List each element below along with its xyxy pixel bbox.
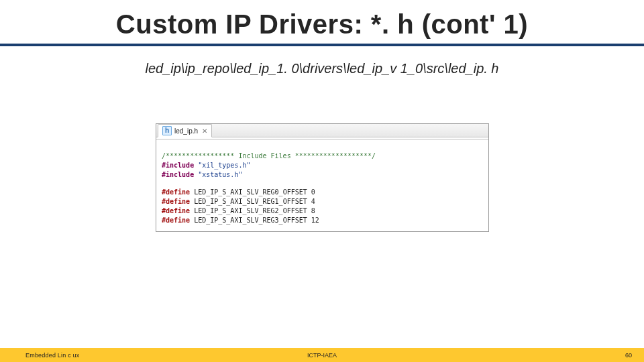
code-line: /***************** Include Files *******… — [162, 152, 483, 161]
code-line: #include "xil_types.h" — [162, 161, 483, 170]
file-path: led_ip\ip_repo\led_ip_1. 0\drivers\led_i… — [0, 61, 644, 76]
code-line — [162, 143, 483, 152]
file-header-icon: h — [162, 126, 172, 135]
close-icon[interactable]: ✕ — [202, 127, 207, 135]
slide-title: Custom IP Drivers: *. h (cont' 1) — [0, 0, 644, 40]
code-line: #include "xstatus.h" — [162, 170, 483, 180]
editor-tabbar: h led_ip.h ✕ — [156, 124, 488, 137]
footer-page-number: 60 — [625, 352, 632, 359]
code-line: #define LED_IP_S_AXI_SLV_REG1_OFFSET 4 — [162, 197, 483, 206]
footer-left: Embedded Lin c ux — [25, 352, 79, 359]
tab-filename: led_ip.h — [174, 127, 198, 135]
code-line: #define LED_IP_S_AXI_SLV_REG2_OFFSET 8 — [162, 206, 483, 216]
code-body: /***************** Include Files *******… — [156, 140, 488, 231]
editor-tab-led-ip-h[interactable]: h led_ip.h ✕ — [158, 124, 212, 137]
code-line: #define LED_IP_S_AXI_SLV_REG0_OFFSET 0 — [162, 188, 483, 197]
code-line: #define LED_IP_S_AXI_SLV_REG3_OFFSET 12 — [162, 216, 483, 225]
slide-footer: Embedded Lin c ux ICTP-IAEA 60 — [0, 348, 644, 362]
code-editor-window: h led_ip.h ✕ /***************** Include … — [156, 123, 489, 232]
footer-center: ICTP-IAEA — [307, 352, 337, 359]
code-line — [162, 180, 483, 188]
title-rule — [0, 44, 644, 46]
